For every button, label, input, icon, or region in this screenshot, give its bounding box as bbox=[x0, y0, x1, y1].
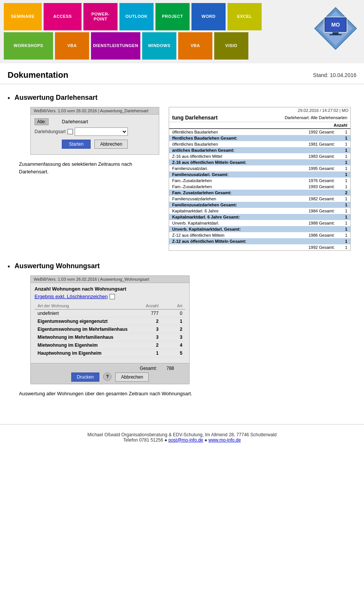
darlehen-report: 29.02.2016 / 14:27:02 | MO tung Darlehen… bbox=[169, 107, 351, 251]
wohnungsart-description: Auswertung aller Wohnungen über den gesa… bbox=[19, 390, 356, 398]
nav-row-2: WORKSHOPS VBA DIENSTLEISTUNGEN WINDOWS V… bbox=[4, 32, 360, 60]
darlehen-two-col: WeBi6/Vers. 1.03 vom 26.02.2016 | Auswer… bbox=[19, 107, 356, 251]
table-row: antliches Baudarlehen Gesamt: 1 bbox=[169, 147, 350, 153]
table-row: Z-12 aus öffentlichen Mitteln Gesamt: 1 bbox=[169, 238, 350, 244]
table-row: Fam.-Zusatzdarlehen 1993 Gesamt: 1 bbox=[169, 184, 350, 190]
nav-tile-powerpoint[interactable]: POWER-POINT bbox=[83, 3, 118, 30]
doc-date: Stand: 10.04.2016 bbox=[313, 72, 356, 78]
table-row: Familienzusatzdari. Gesamt: 1 bbox=[169, 171, 350, 178]
table-row: undefiniert 777 0 bbox=[35, 310, 185, 318]
wohnungsart-buttons: Drucken ? Abbrechen bbox=[31, 370, 189, 384]
nav-tile-visio[interactable]: VISIO bbox=[214, 32, 248, 60]
svg-text:MO: MO bbox=[331, 22, 340, 28]
nav-tile-windows[interactable]: WINDOWS bbox=[142, 32, 176, 60]
start-button[interactable]: Starten bbox=[62, 140, 91, 149]
col-art-header: Art der Wohnung bbox=[35, 302, 138, 310]
col-art2-header: Art bbox=[162, 302, 185, 310]
table-row: Fam.-Zusatzdarlehen 1976 Gesamt: 1 bbox=[169, 178, 350, 184]
section-header-wohnungsart: • Auswertung Wohnungsart bbox=[8, 262, 356, 271]
darlehen-right-col: 29.02.2016 / 14:27:02 | MO tung Darlehen… bbox=[157, 107, 356, 251]
table-row: Eigentumswohung eigengenutzt 2 1 bbox=[35, 318, 185, 325]
table-row: Mietwohnung im Eigenheim 2 4 bbox=[35, 341, 185, 349]
nav-tile-project[interactable]: PROJECT bbox=[155, 3, 190, 30]
nav-tile-excel[interactable]: EXCEL bbox=[228, 3, 262, 30]
mo-logo: MO bbox=[313, 6, 358, 51]
section-title-darlehen: Auswertung Darlehensart bbox=[14, 94, 97, 102]
doc-title: Dokumentation bbox=[8, 70, 68, 80]
darlehdungsart-select[interactable] bbox=[75, 127, 128, 136]
ergebnis-row: Ergebnis exkl. Löschkennzeichen bbox=[35, 294, 185, 299]
darlehen-left-col: WeBi6/Vers. 1.03 vom 26.02.2016 | Auswer… bbox=[19, 107, 155, 251]
darlehen-row-field: Darlehdungsart bbox=[35, 127, 155, 136]
nav-tile-word[interactable]: WORD bbox=[191, 3, 226, 30]
table-row: öffentliches Baudarlehen 1992 Gesamt: 1 bbox=[169, 129, 350, 135]
ergebnis-label[interactable]: Ergebnis exkl. Löschkennzeichen bbox=[35, 294, 108, 299]
nav-tiles: SEMINARE ACCESS POWER-POINT OUTLOOK PROJ… bbox=[0, 0, 364, 63]
drucken-button[interactable]: Drucken bbox=[71, 373, 100, 382]
wohnungsart-heading: Anzahl Wohnungen nach Wohnungsart bbox=[35, 286, 185, 292]
table-row: Unverb. Kapitalmarktdarl. 1988 Gesamt: 1 bbox=[169, 220, 350, 226]
nav-section: SEMINARE ACCESS POWER-POINT OUTLOOK PROJ… bbox=[0, 0, 364, 63]
table-row: Z-16 aus öffentlichen Mittel 1983 Gesamt… bbox=[169, 153, 350, 159]
table-row: Familienzusatzdarlehen Gesamt: 1 bbox=[169, 202, 350, 208]
bullet-wohnungsart: • bbox=[8, 263, 10, 271]
darlehen-report-table: öffentliches Baudarlehen 1992 Gesamt: 1 … bbox=[169, 129, 350, 250]
col-anzahl-header: Anzahl bbox=[138, 302, 162, 310]
nav-tile-vba2[interactable]: VBA bbox=[178, 32, 212, 60]
nav-tile-access[interactable]: ACCESS bbox=[44, 3, 82, 30]
table-row: Mietwohnung im Mehrfamilienhaus 3 3 bbox=[35, 333, 185, 341]
table-row: Unverb. Kapitalmarktdarl. Gesamt: 1 bbox=[169, 226, 350, 232]
abbrechen-button-2[interactable]: Abbrechen bbox=[115, 373, 149, 382]
nav-tile-seminare[interactable]: SEMINARE bbox=[4, 3, 42, 30]
dropdown-label: Darlehensart bbox=[62, 119, 88, 124]
table-row: Familienzusatzdari. 1995 Gesamt: 1 bbox=[169, 165, 350, 171]
report-main-title: tung Darlehensart bbox=[172, 115, 218, 121]
nav-tile-outlook[interactable]: OUTLOOK bbox=[119, 3, 154, 30]
footer-website[interactable]: www.mo-info.de bbox=[209, 437, 241, 443]
table-row: ffentliches Baudarlehen Gesamt: 1 bbox=[169, 135, 350, 141]
table-row: Hauptwohnung im Eigenheim 1 5 bbox=[35, 349, 185, 357]
darlehen-buttons: Starten Abbrechen bbox=[35, 140, 155, 151]
field-label: Darlehdungsart bbox=[35, 129, 66, 134]
wohnungsart-content: WeBi8/Vers. 1.03 vom 26.02.2016 | Auswer… bbox=[19, 275, 356, 398]
darlehen-dialog: WeBi6/Vers. 1.03 vom 26.02.2016 | Auswer… bbox=[30, 107, 159, 155]
darlehen-row-alle: Alle: Darlehensart bbox=[35, 118, 155, 125]
wohn-table-header: Art der Wohnung Anzahl Art bbox=[35, 302, 185, 310]
alle-label: Alle: bbox=[35, 118, 49, 125]
abbrechen-button-1[interactable]: Abbrechen bbox=[94, 140, 128, 149]
footer-line1: Michael Oßwald Organisationsberatung & E… bbox=[8, 432, 356, 437]
section-darlehen: • Auswertung Darlehensart WeBi6/Vers. 1.… bbox=[8, 94, 356, 251]
table-row: 1992 Gesamt: 1 bbox=[169, 244, 350, 250]
nav-row-1: SEMINARE ACCESS POWER-POINT OUTLOOK PROJ… bbox=[4, 3, 360, 30]
nav-tile-workshops[interactable]: WORKSHOPS bbox=[4, 32, 53, 60]
footer-phone: Telefon 0781 51256 ● bbox=[123, 437, 168, 443]
table-row: Z-12 aus öffentlichen Mittein 1986 Gesam… bbox=[169, 232, 350, 238]
section-wohnungsart: • Auswertung Wohnungsart WeBi8/Vers. 1.0… bbox=[8, 262, 356, 398]
table-row: Fam. Zusatzdarlehen Gesamt: 2 bbox=[169, 190, 350, 196]
svg-rect-6 bbox=[329, 34, 342, 35]
gesamt-val: 788 bbox=[166, 366, 185, 371]
section-title-wohnungsart: Auswertung Wohnungsart bbox=[14, 262, 100, 270]
darlehdungsart-checkbox[interactable] bbox=[67, 129, 73, 134]
table-row: öffentliches Baudarlehen 1981 Gesamt: 1 bbox=[169, 141, 350, 147]
anzahl-header: Anzahl bbox=[334, 123, 347, 127]
help-button[interactable]: ? bbox=[103, 373, 111, 381]
content: • Auswertung Darlehensart WeBi6/Vers. 1.… bbox=[0, 90, 364, 413]
footer-email[interactable]: post@mo-info.de bbox=[168, 437, 203, 443]
wohnungsart-body: Anzahl Wohnungen nach Wohnungsart Ergebn… bbox=[31, 283, 189, 384]
darlehen-description: Zusammenfassung des selektierten Zeitrau… bbox=[19, 160, 155, 175]
report-header-datetime: 29.02.2016 / 14:27:02 | MO bbox=[169, 107, 350, 113]
section-header-darlehen: • Auswertung Darlehensart bbox=[8, 94, 356, 102]
nav-tile-dienstleistungen[interactable]: DIENSTLEISTUNGEN bbox=[91, 32, 140, 60]
table-row: Z-16 aus öffentlichen Mitteln Gesamt: 1 bbox=[169, 159, 350, 165]
darlehen-dialog-body: Alle: Darlehensart Darlehdungsart Starte… bbox=[31, 115, 159, 154]
report-col1: Darlehensart: Alle Darlehensarten bbox=[285, 115, 347, 120]
table-row: Kapitalmarktdarl. 6 Jahre Gesamt: 1 bbox=[169, 214, 350, 220]
wohnungsart-titlebar: WeBi8/Vers. 1.03 vom 26.02.2016 | Auswer… bbox=[31, 276, 189, 283]
table-row: Kapitalmarktdarl. 6 Jahre 1984 Gesamt: 1 bbox=[169, 208, 350, 214]
report-title-area: tung Darlehensart Darlehensart: Alle Dar… bbox=[169, 113, 350, 122]
ergebnis-checkbox[interactable] bbox=[110, 294, 115, 299]
nav-tile-vba[interactable]: VBA bbox=[55, 32, 89, 60]
darlehen-dialog-titlebar: WeBi6/Vers. 1.03 vom 26.02.2016 | Auswer… bbox=[31, 107, 159, 115]
table-row: Familienzusatzdarlehen 1982 Gesamt: 1 bbox=[169, 196, 350, 202]
